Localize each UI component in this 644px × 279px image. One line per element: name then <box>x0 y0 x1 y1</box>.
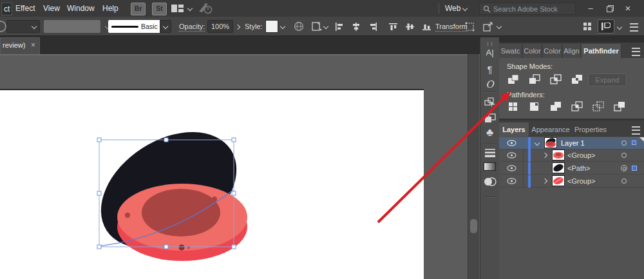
visibility-eye-icon[interactable] <box>507 178 516 186</box>
minus-back-icon[interactable] <box>613 101 629 113</box>
style-swatch[interactable] <box>265 20 278 33</box>
disclosure-chevron-icon[interactable] <box>542 178 547 184</box>
align-hcenter-icon[interactable] <box>352 23 361 32</box>
tab-properties[interactable]: Properties <box>572 122 609 137</box>
visibility-eye-icon[interactable] <box>507 140 516 148</box>
outline-icon[interactable] <box>592 101 607 113</box>
shape-props-chevron-icon[interactable] <box>497 24 502 29</box>
document-tab[interactable]: review) × <box>0 37 40 54</box>
dock-panel-chevron-icon[interactable] <box>617 24 622 30</box>
close-button[interactable]: × <box>621 0 635 17</box>
intersect-icon[interactable] <box>549 73 565 86</box>
menu-view[interactable]: View <box>43 4 60 13</box>
align-bottom-icon[interactable] <box>422 23 431 32</box>
control-menu-icon[interactable] <box>630 23 638 32</box>
pathfinder-panel-menu-icon[interactable] <box>632 48 640 56</box>
tab-color-2[interactable]: Color <box>543 44 562 58</box>
opacity-label[interactable]: Opacity: <box>179 23 205 32</box>
tab-swatches[interactable]: Swatc <box>499 44 522 58</box>
workspace-chevron-icon[interactable] <box>187 6 193 11</box>
opacity-stepper-icon[interactable] <box>235 24 240 30</box>
align-top-icon[interactable] <box>389 23 398 32</box>
menu-window[interactable]: Window <box>67 4 95 13</box>
layer-thumbnail[interactable] <box>552 162 565 173</box>
merge-icon[interactable] <box>549 101 565 113</box>
workspace-switcher-icon[interactable] <box>171 5 185 14</box>
layer-row-group1[interactable]: <Group> <box>499 149 644 162</box>
free-transform-icon[interactable] <box>465 22 475 33</box>
layer-name[interactable]: <Path> <box>567 164 590 172</box>
arrange-grid-icon[interactable] <box>583 23 592 32</box>
pathfinder-panel-icon[interactable] <box>480 113 499 125</box>
brush-preview[interactable]: Basic <box>108 20 160 33</box>
character-panel-icon[interactable]: A| <box>480 48 499 57</box>
restore-button[interactable] <box>603 0 617 17</box>
workspace-name[interactable]: Web <box>445 4 460 13</box>
layer-name[interactable]: <Group> <box>567 177 595 185</box>
layer-name[interactable]: Layer 1 <box>561 139 585 147</box>
minus-front-icon[interactable] <box>528 73 544 86</box>
crop-icon[interactable] <box>571 101 586 113</box>
tab-close-icon[interactable]: × <box>31 41 35 50</box>
stroke-weight-dropdown[interactable] <box>6 20 40 33</box>
stroke-panel-icon[interactable] <box>480 148 499 159</box>
menu-help[interactable]: Help <box>102 4 118 13</box>
exclude-icon[interactable] <box>571 73 586 86</box>
layer-row-layer1[interactable]: Layer 1 <box>499 137 644 149</box>
tab-color-1[interactable]: Color <box>523 44 542 58</box>
target-circle-icon[interactable] <box>621 153 627 158</box>
tab-layers[interactable]: Layers <box>499 122 529 137</box>
workspace-name-chevron-icon[interactable] <box>462 6 468 11</box>
dock-panel-button[interactable] <box>598 19 614 34</box>
visibility-eye-icon[interactable] <box>507 165 516 173</box>
tab-pathfinder[interactable]: Pathfinder <box>582 44 621 58</box>
layer-thumbnail[interactable] <box>552 175 565 186</box>
bridge-button[interactable]: Br <box>131 3 146 15</box>
layer-row-group2[interactable]: <Group> <box>499 175 644 188</box>
brush-dropdown-button[interactable] <box>160 20 171 33</box>
tab-align[interactable]: Align <box>563 44 581 58</box>
touch-workspace-icon[interactable] <box>196 3 213 15</box>
unite-icon[interactable] <box>507 73 522 86</box>
layers-panel-menu-icon[interactable] <box>632 126 640 135</box>
dock-drag-dots[interactable] <box>487 39 493 47</box>
document-setup-globe-icon[interactable] <box>294 21 304 33</box>
transform-label[interactable]: Transform <box>435 23 468 32</box>
target-circle-icon[interactable] <box>621 178 627 184</box>
menu-item-partial[interactable]: ct <box>1 3 12 15</box>
layer-thumbnail[interactable] <box>544 137 557 148</box>
style-chevron-icon[interactable] <box>280 24 285 29</box>
divide-icon[interactable] <box>507 101 522 113</box>
stock-button[interactable]: St <box>152 3 167 15</box>
tab-appearance[interactable]: Appearance <box>530 122 571 137</box>
symbols-panel-icon[interactable]: ♣ <box>480 126 499 139</box>
expand-button[interactable]: Expand <box>588 73 627 86</box>
visibility-eye-icon[interactable] <box>507 152 516 160</box>
align-right-icon[interactable] <box>368 23 377 32</box>
selection-indicator[interactable] <box>632 166 637 171</box>
minimize-button[interactable]: – <box>583 0 598 17</box>
layer-row-path[interactable]: <Path> <box>499 162 644 175</box>
transparency-panel-icon[interactable] <box>480 177 499 188</box>
opacity-field[interactable]: 100% <box>207 20 233 33</box>
scrollbar-thumb[interactable] <box>470 219 477 233</box>
layer-name[interactable]: <Group> <box>567 151 595 159</box>
target-circle-icon[interactable] <box>621 140 627 146</box>
shape-builder-panel-icon[interactable] <box>480 97 499 110</box>
gradient-panel-icon[interactable] <box>480 162 499 172</box>
canvas-area[interactable] <box>0 54 480 279</box>
vertical-scrollbar[interactable] <box>468 54 479 279</box>
shape-props-icon[interactable] <box>483 22 493 33</box>
layer-thumbnail[interactable] <box>552 149 565 160</box>
document-setup-chevron-icon[interactable] <box>323 24 328 29</box>
align-left-icon[interactable] <box>335 23 344 32</box>
document-setup-icon[interactable] <box>312 21 322 33</box>
opentype-panel-icon[interactable]: O <box>480 79 499 90</box>
trim-icon[interactable] <box>528 101 544 113</box>
search-input[interactable]: Search Adobe Stock <box>479 3 576 15</box>
disclosure-chevron-icon[interactable] <box>542 153 547 158</box>
paragraph-panel-icon[interactable]: ¶ <box>480 64 499 75</box>
disclosure-chevron-icon[interactable] <box>535 140 540 146</box>
compact-powder[interactable] <box>142 189 220 236</box>
variable-width-dropdown[interactable] <box>44 20 100 33</box>
